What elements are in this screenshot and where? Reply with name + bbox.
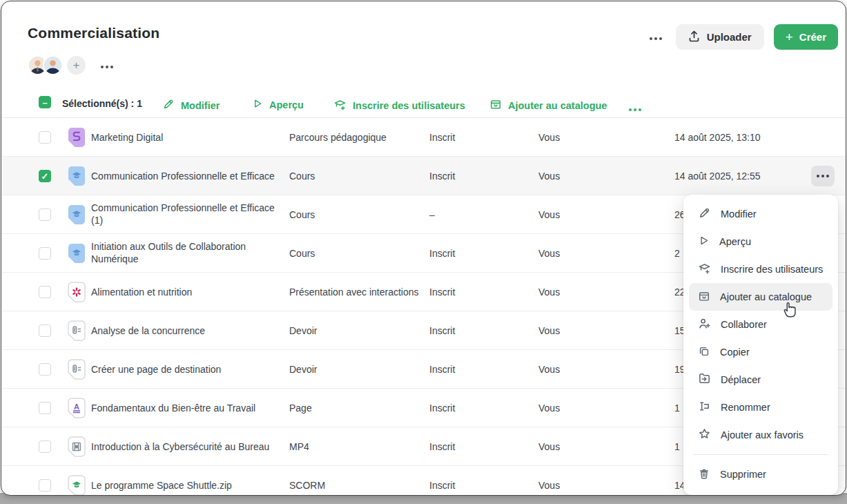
menu-item-add-to-favorites[interactable]: Ajouter aux favoris	[689, 421, 833, 449]
item-owner: Vous	[538, 169, 560, 182]
selection-toolbar: – Sélectionné(s) : 1 Modifier Aperçu Ins…	[1, 89, 846, 118]
menu-item-label: Aperçu	[719, 236, 751, 247]
upload-button-label: Uploader	[707, 31, 752, 43]
avatar[interactable]	[43, 55, 63, 75]
menu-item-label: Inscrire des utilisateurs	[721, 264, 823, 275]
menu-item-label: Modifier	[721, 209, 757, 220]
menu-item-copy[interactable]: Copier	[689, 338, 833, 366]
row-more-button[interactable]	[811, 166, 835, 186]
row-checkbox[interactable]: ✓	[39, 170, 51, 182]
item-type: Cours	[289, 208, 419, 221]
item-type: Devoir	[289, 324, 419, 337]
create-button[interactable]: + Créer	[774, 24, 838, 50]
toolbar-preview-button[interactable]: Aperçu	[249, 93, 306, 116]
play-icon	[252, 98, 263, 111]
header-more-button[interactable]	[98, 55, 116, 76]
page-title: Commercialisation	[28, 25, 159, 41]
menu-item-add-to-catalog[interactable]: Ajouter au catalogue	[689, 283, 833, 311]
row-checkbox[interactable]	[39, 363, 51, 376]
menu-item-move[interactable]: Déplacer	[689, 366, 833, 394]
item-type: Cours	[289, 246, 419, 260]
menu-item-label: Ajouter aux favoris	[721, 429, 804, 440]
item-name[interactable]: Introduction à la Cybersécurité au Burea…	[91, 440, 284, 453]
toolbar-more-button[interactable]	[625, 99, 645, 117]
course-icon	[68, 204, 86, 225]
ellipsis-icon	[650, 37, 662, 40]
selected-count: Sélectionné(s) : 1	[62, 98, 142, 109]
menu-item-label: Déplacer	[721, 374, 761, 385]
item-owner: Vous	[538, 401, 560, 414]
menu-item-label: Supprimer	[720, 469, 766, 480]
row-checkbox[interactable]	[39, 479, 51, 492]
item-name[interactable]: Alimentation et nutrition	[91, 285, 284, 298]
ellipsis-icon	[817, 175, 829, 177]
item-status: Inscrit	[429, 169, 455, 182]
item-name[interactable]: Créer une page de destination	[91, 362, 284, 376]
menu-item-edit[interactable]: Modifier	[689, 200, 833, 228]
create-button-label: Créer	[799, 31, 826, 43]
item-name[interactable]: Le programme Space Shuttle.zip	[91, 478, 284, 492]
item-status: –	[429, 208, 435, 221]
menu-item-rename[interactable]: Renommer	[689, 394, 833, 421]
row-checkbox[interactable]	[39, 402, 51, 414]
toolbar-action-label: Inscrire des utilisateurs	[353, 100, 465, 111]
pencil-icon	[162, 98, 175, 113]
learning-path-icon	[68, 127, 86, 148]
item-status: Inscrit	[429, 440, 455, 453]
row-checkbox[interactable]	[39, 440, 51, 453]
toolbar-edit-button[interactable]: Modifier	[159, 93, 222, 117]
check-icon: ✓	[41, 172, 49, 181]
assignment-icon	[68, 320, 86, 341]
row-checkbox[interactable]	[39, 286, 51, 298]
menu-item-collaborate[interactable]: Collaborer	[689, 311, 833, 338]
item-owner: Vous	[538, 130, 560, 144]
catalog-icon	[698, 290, 710, 304]
item-name[interactable]: Analyse de la concurrence	[91, 324, 284, 337]
scorm-icon	[68, 475, 86, 496]
item-owner: Vous	[538, 246, 560, 260]
select-all-checkbox[interactable]: –	[39, 96, 51, 108]
plus-icon: +	[786, 30, 793, 43]
item-date: 14 août 2025, 13:10	[674, 130, 839, 144]
page-actions: Uploader + Créer	[645, 24, 838, 50]
row-checkbox[interactable]	[39, 324, 51, 337]
row-checkbox[interactable]	[39, 131, 51, 144]
add-member-button[interactable]: +	[67, 56, 86, 75]
play-icon	[698, 235, 710, 249]
item-owner: Vous	[538, 478, 560, 492]
row-context-menu: Modifier Aperçu Inscrire des utilisateur…	[683, 195, 838, 495]
item-type: Devoir	[289, 362, 419, 376]
toolbar-action-label: Modifier	[181, 100, 220, 111]
page-more-button[interactable]	[645, 25, 666, 49]
item-name[interactable]: Communication Professionnelle et Efficac…	[91, 202, 284, 228]
item-status: Inscrit	[429, 285, 455, 298]
toolbar-add-to-catalog-button[interactable]: Ajouter au catalogue	[487, 93, 610, 117]
item-status: Inscrit	[429, 401, 455, 414]
upload-icon	[688, 30, 700, 44]
item-name[interactable]: Marketing Digital	[91, 130, 284, 144]
ellipsis-icon	[101, 66, 113, 68]
item-name[interactable]: Fondamentaux du Bien-être au Travail	[91, 401, 284, 414]
row-checkbox[interactable]	[39, 209, 51, 221]
menu-item-enroll-users[interactable]: Inscrire des utilisateurs	[689, 255, 833, 283]
toolbar-action-label: Ajouter au catalogue	[508, 100, 607, 111]
pencil-icon	[698, 206, 711, 222]
row-checkbox[interactable]	[39, 247, 51, 260]
star-icon	[698, 427, 711, 443]
app-window: Commercialisation + Uploader + Créer –	[1, 1, 846, 496]
indeterminate-icon: –	[42, 98, 47, 107]
item-status: Inscrit	[429, 246, 455, 260]
item-name[interactable]: Communication Professionnelle et Efficac…	[91, 169, 284, 182]
item-name[interactable]: Initiation aux Outils de Collaboration N…	[91, 240, 284, 266]
table-row[interactable]: Marketing Digital Parcours pédagogique I…	[1, 118, 846, 157]
item-status: Inscrit	[429, 130, 455, 144]
interactive-presentation-icon	[68, 282, 86, 302]
table-row[interactable]: ✓ Communication Professionnelle et Effic…	[1, 157, 846, 195]
menu-item-preview[interactable]: Aperçu	[689, 228, 833, 255]
menu-item-label: Ajouter au catalogue	[720, 291, 812, 302]
upload-button[interactable]: Uploader	[676, 24, 764, 50]
toolbar-enroll-users-button[interactable]: Inscrire des utilisateurs	[331, 93, 468, 118]
trash-icon	[698, 467, 710, 482]
menu-item-delete[interactable]: Supprimer	[689, 461, 833, 488]
item-owner: Vous	[538, 208, 560, 221]
